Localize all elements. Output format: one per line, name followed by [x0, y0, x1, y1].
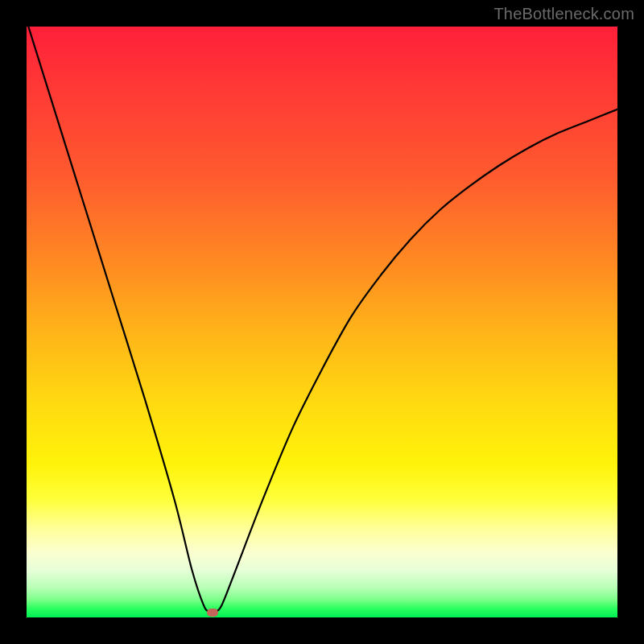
bottleneck-curve: [27, 27, 617, 617]
min-marker: [207, 609, 218, 617]
watermark-text: TheBottleneck.com: [493, 5, 634, 23]
curve-path: [27, 27, 617, 613]
chart-frame: TheBottleneck.com: [0, 0, 644, 644]
plot-area: [27, 27, 617, 617]
